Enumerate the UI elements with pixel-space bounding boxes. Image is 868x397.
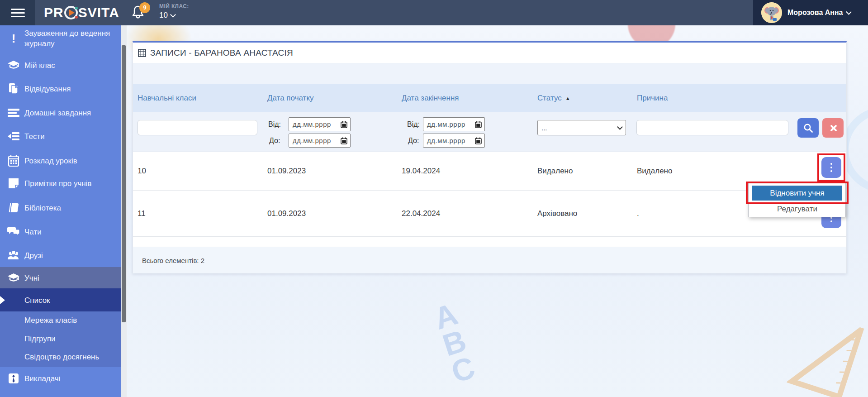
card-spacer [133, 63, 846, 84]
cell-class: 11 [138, 209, 146, 218]
sidebar-item-class-network[interactable]: Мережа класів [0, 310, 125, 330]
notification-badge: 9 [139, 2, 150, 13]
my-class-dropdown[interactable]: 10 [159, 11, 189, 20]
cell-date-start: 01.09.2023 [267, 209, 306, 218]
search-button[interactable] [797, 118, 819, 138]
table-empty-strip [133, 237, 846, 247]
sidebar-item-homework[interactable]: Домашні завдання [0, 103, 125, 123]
cell-reason: . [637, 209, 639, 218]
sidebar-item-label: Бібліотека [24, 203, 119, 213]
exclamation-icon: ! [7, 32, 20, 45]
sort-ascending-icon: ▲ [565, 96, 570, 101]
sidebar-item-students[interactable]: Учні [0, 267, 125, 288]
cell-status: Видалено [537, 167, 573, 176]
notifications-button[interactable]: 9 [131, 5, 151, 23]
sidebar-item-label: Примітки про учнів [24, 178, 119, 189]
hamburger-menu-button[interactable] [0, 0, 35, 25]
total-elements-text: Всього елементів: 2 [142, 257, 204, 264]
reason-filter-input[interactable] [636, 120, 788, 135]
sidebar-item-chats[interactable]: Чати [0, 222, 125, 242]
sidebar-item-label: Домашні завдання [24, 108, 119, 118]
sidebar-item-my-class[interactable]: Мій клас [0, 55, 125, 75]
sidebar-item-teachers[interactable]: Викладачі [0, 368, 125, 388]
sidebar-item-label: Підгрупи [24, 334, 119, 344]
cell-status: Архівовано [537, 209, 577, 218]
sidebar-scrollbar[interactable] [121, 25, 127, 397]
sidebar-item-students-list[interactable]: Список [0, 288, 125, 311]
table-footer: Всього елементів: 2 [133, 247, 846, 273]
brand-text-right: SVITA [78, 5, 119, 20]
cell-date-start: 01.09.2023 [267, 167, 306, 176]
calendar-picker-icon[interactable] [341, 137, 347, 144]
prosvita-logo[interactable]: PRSVITA [44, 0, 119, 25]
top-bar: PRSVITA 9 МІЙ КЛАС: 10 [0, 0, 868, 25]
sidebar-item-label: Тести [24, 131, 119, 142]
cell-date-end: 19.04.2024 [402, 167, 440, 176]
tie-icon [7, 372, 20, 385]
table-grid-icon [138, 49, 146, 57]
search-icon [803, 123, 813, 133]
my-class-label: МІЙ КЛАС: [159, 3, 189, 10]
sidebar-item-label: Відвідування [24, 84, 119, 94]
row-actions-button[interactable] [821, 157, 841, 178]
date-from-label: Від: [407, 120, 420, 129]
sidebar-item-remarks[interactable]: ! Зауваження до ведення журналу [0, 25, 125, 52]
date-to-label: До: [269, 137, 280, 145]
note-icon [7, 177, 20, 190]
date-start-to-input[interactable]: дд.мм.рррр [289, 134, 351, 148]
sidebar-item-schedule[interactable]: Розклад уроків [0, 151, 125, 171]
sidebar-item-achievement-certificate[interactable]: Свідоцтво досягнень [0, 347, 125, 367]
sidebar-item-label: Свідоцтво досягнень [24, 352, 119, 362]
cell-date-end: 22.04.2024 [402, 209, 440, 218]
column-header-reason[interactable]: Причина [637, 84, 668, 112]
cell-class: 10 [138, 167, 146, 176]
menu-item-restore-student[interactable]: Відновити учня [752, 186, 842, 201]
users-icon [7, 249, 20, 262]
date-from-label: Від: [268, 120, 281, 129]
vertical-dots-icon [830, 163, 832, 172]
table-row[interactable]: 11 01.09.2023 22.04.2024 Архівовано . [133, 191, 846, 237]
column-header-status[interactable]: Статус▲ [537, 84, 570, 112]
menu-item-edit[interactable]: Редагувати [752, 203, 842, 215]
my-class-value: 10 [159, 11, 168, 20]
page-title: ЗАПИСИ - БАРАНОВА АНАСТАСІЯ [150, 48, 293, 58]
calendar-picker-icon[interactable] [341, 121, 347, 128]
sidebar-item-label: Викладачі [24, 373, 119, 384]
cell-reason: Видалено [637, 167, 672, 176]
status-filter-select[interactable]: ... [537, 120, 626, 135]
date-end-from-input[interactable]: дд.мм.рррр [423, 117, 485, 131]
sidebar-item-label: Учні [24, 273, 119, 283]
sidebar-item-label: Мій клас [24, 60, 119, 71]
sidebar-item-label: Друзі [24, 250, 119, 261]
app-screen: PRSVITA 9 МІЙ КЛАС: 10 [0, 0, 868, 397]
scrollbar-thumb[interactable] [122, 45, 126, 322]
column-header-classes[interactable]: Навчальні класи [138, 84, 196, 112]
abc-watermark: ABC [431, 299, 478, 386]
avatar [761, 2, 782, 23]
graduation-cap-icon [7, 272, 20, 284]
date-end-to-input[interactable]: дд.мм.рррр [423, 134, 485, 148]
classes-filter-input[interactable] [138, 120, 257, 135]
tasks-icon [7, 130, 20, 143]
clear-filters-button[interactable] [822, 118, 844, 138]
sidebar-item-attendance[interactable]: Відвідування [0, 79, 125, 99]
sidebar-item-library[interactable]: Бібліотека [0, 198, 125, 218]
sidebar-item-tests[interactable]: Тести [0, 126, 125, 146]
graduation-cap-icon [7, 59, 20, 72]
column-header-date-start[interactable]: Дата початку [267, 84, 314, 112]
book-icon [7, 201, 20, 214]
logo-play-icon [64, 6, 78, 19]
close-icon [829, 124, 837, 132]
calendar-picker-icon[interactable] [475, 121, 482, 128]
table-filter-row: Від: дд.мм.рррр До: дд.мм.рррр Від: дд.м… [133, 112, 846, 152]
calendar-picker-icon[interactable] [475, 137, 482, 144]
sidebar-item-label: Мережа класів [24, 315, 119, 325]
sidebar-item-subgroups[interactable]: Підгрупи [0, 329, 125, 349]
table-row[interactable]: 10 01.09.2023 19.04.2024 Видалено Видале… [133, 152, 846, 191]
sidebar-nav: ! Зауваження до ведення журналу Мій клас… [0, 25, 125, 397]
date-start-from-input[interactable]: дд.мм.рррр [289, 117, 351, 131]
column-header-date-end[interactable]: Дата закінчення [402, 84, 459, 112]
user-menu[interactable]: Морозова Анна [753, 0, 868, 25]
sidebar-item-student-notes[interactable]: Примітки про учнів [0, 173, 125, 193]
sidebar-item-friends[interactable]: Друзі [0, 245, 125, 265]
